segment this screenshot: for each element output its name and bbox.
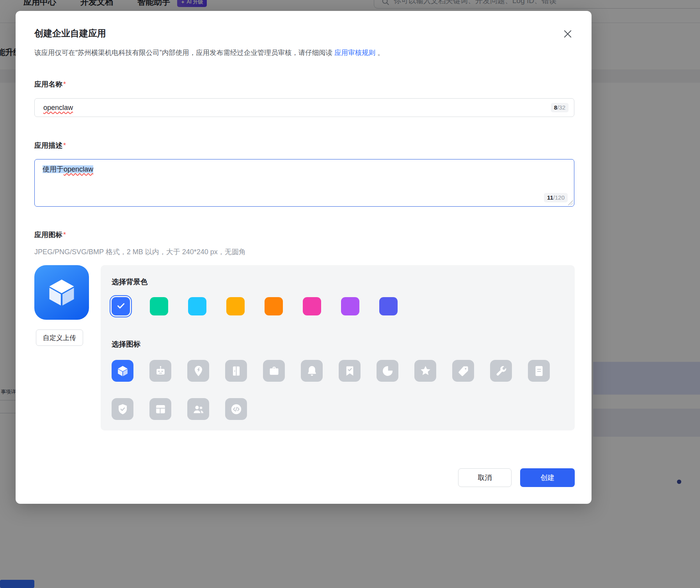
icon-option-users[interactable] [187, 398, 209, 420]
app-desc-value-prefix: 使用于 [43, 165, 64, 173]
cube-icon [45, 276, 78, 309]
icon-option-bell[interactable] [301, 360, 323, 382]
color-swatch-4[interactable] [226, 297, 245, 315]
app-desc-label: 应用描述* [34, 141, 66, 150]
briefcase-icon [268, 365, 281, 377]
required-asterisk: * [63, 142, 66, 149]
icon-option-location-bolt[interactable] [187, 360, 209, 382]
icon-option-robot[interactable] [149, 360, 171, 382]
counter-current: 11 [547, 194, 553, 201]
close-button[interactable] [561, 27, 574, 41]
custom-upload-button[interactable]: 自定义上传 [36, 329, 83, 346]
icon-format-hint: JPEG/PNG/SVG/BMP 格式，2 MB 以内，大于 240*240 p… [34, 247, 246, 257]
app-desc-counter: 11/120 [544, 193, 568, 202]
shield-check-icon [116, 403, 129, 416]
color-swatch-1[interactable] [112, 297, 130, 315]
app-name-input[interactable]: openclaw 8/32 [34, 98, 574, 117]
icon-option-pie-chart[interactable] [377, 360, 398, 382]
star-icon [419, 365, 432, 377]
cube-icon [116, 365, 129, 377]
users-icon [192, 403, 205, 416]
subtitle-text: 该应用仅可在“苏州横渠机电科技有限公司”内部使用，应用发布需经过企业管理员审核，… [34, 49, 334, 57]
color-swatch-7[interactable] [341, 297, 359, 315]
icon-option-star[interactable] [414, 360, 436, 382]
app-desc-value-word: openclaw [64, 165, 93, 173]
robot-icon [154, 365, 167, 377]
icon-option-layout[interactable] [149, 398, 171, 420]
bg-color-section-title: 选择背景色 [112, 277, 148, 287]
icon-option-shield-check[interactable] [112, 398, 133, 420]
modal-subtitle: 该应用仅可在“苏州横渠机电科技有限公司”内部使用，应用发布需经过企业管理员审核，… [34, 48, 574, 58]
pie-chart-icon [381, 365, 394, 377]
required-asterisk: * [63, 80, 66, 88]
counter-max: /32 [557, 104, 565, 111]
location-bolt-icon [192, 365, 205, 377]
review-rules-link[interactable]: 应用审核规则 [334, 49, 375, 57]
layout-icon [154, 403, 167, 416]
icon-option-code[interactable] [225, 398, 247, 420]
color-swatch-6[interactable] [303, 297, 321, 315]
color-swatch-3[interactable] [188, 297, 206, 315]
cancel-button[interactable]: 取消 [458, 468, 512, 487]
icon-picker-panel: 选择背景色 选择图标 [101, 265, 575, 430]
screen: 应用中心 开发文档 智能助手 ✦ AI 升级 你可以输入文档关键词、开发问题、L… [0, 0, 700, 588]
app-name-counter: 8/32 [551, 103, 569, 112]
icon-option-tag[interactable] [452, 360, 474, 382]
bookmark-check-icon [343, 365, 356, 377]
book-icon [230, 365, 243, 377]
color-swatch-2[interactable] [150, 297, 168, 315]
app-name-label-text: 应用名称 [34, 80, 62, 88]
create-app-modal: 创建企业自建应用 该应用仅可在“苏州横渠机电科技有限公司”内部使用，应用发布需经… [16, 11, 592, 504]
app-name-label: 应用名称* [34, 80, 66, 89]
app-icon-label-text: 应用图标 [34, 231, 62, 239]
modal-title: 创建企业自建应用 [34, 27, 106, 39]
app-desc-label-text: 应用描述 [34, 142, 62, 149]
icon-option-wrench[interactable] [490, 360, 512, 382]
document-icon [533, 365, 545, 377]
modal-footer: 取消 创建 [458, 468, 575, 487]
icon-option-bookmark-check[interactable] [339, 360, 361, 382]
icon-option-cube[interactable] [112, 360, 133, 382]
icon-option-book[interactable] [225, 360, 247, 382]
resize-handle-icon[interactable] [568, 200, 573, 205]
icon-option-briefcase[interactable] [263, 360, 285, 382]
icon-grid [112, 360, 564, 420]
app-desc-textarea[interactable]: 使用于openclaw 11/120 [34, 159, 574, 207]
color-swatches [112, 297, 398, 315]
close-icon [562, 28, 573, 39]
app-icon-label: 应用图标* [34, 230, 66, 239]
check-icon [116, 301, 126, 312]
required-asterisk: * [63, 231, 66, 239]
code-icon [230, 403, 243, 416]
wrench-icon [495, 365, 508, 377]
color-swatch-5[interactable] [265, 297, 283, 315]
icon-option-document[interactable] [528, 360, 550, 382]
subtitle-suffix: 。 [375, 49, 384, 57]
icon-section-title: 选择图标 [112, 339, 140, 349]
color-swatch-8[interactable] [379, 297, 398, 315]
create-button[interactable]: 创建 [520, 468, 575, 487]
bell-icon [306, 365, 318, 377]
counter-current: 8 [554, 104, 557, 111]
app-icon-preview [34, 265, 89, 320]
app-name-value: openclaw [43, 104, 73, 112]
tag-icon [457, 365, 470, 377]
counter-max: /120 [553, 194, 565, 201]
